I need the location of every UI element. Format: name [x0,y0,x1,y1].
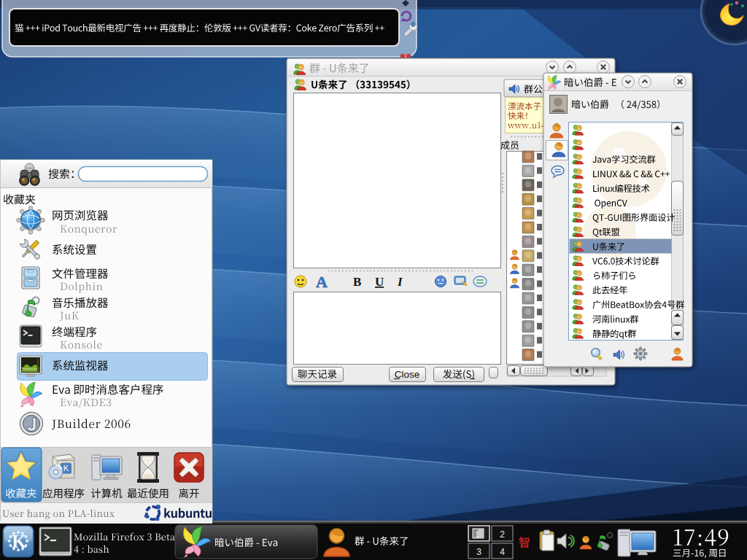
svg-text:4: 4 [500,547,505,557]
svg-text:2: 2 [500,529,505,540]
svg-text:B: B [353,275,361,289]
svg-text:1: 1 [475,530,479,539]
svg-text:A: A [316,273,328,291]
svg-text:U: U [375,275,384,289]
svg-text:K: K [12,532,26,551]
svg-text:Close: Close [395,369,420,380]
svg-text:3: 3 [476,547,481,557]
svg-text:K: K [63,464,69,472]
